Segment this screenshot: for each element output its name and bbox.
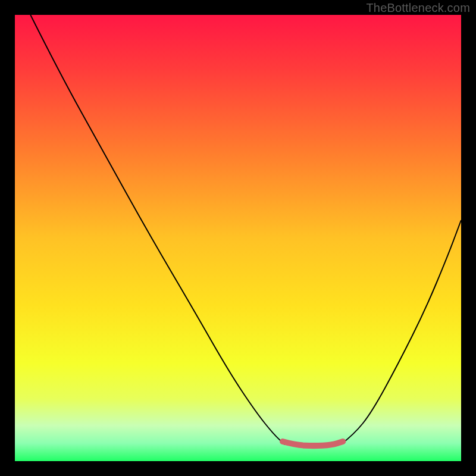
chart-frame: TheBottleneck.com (0, 0, 476, 476)
gradient-background (15, 15, 461, 461)
watermark-label: TheBottleneck.com (366, 1, 470, 15)
bottleneck-chart (15, 15, 461, 461)
plot-area (15, 15, 461, 461)
